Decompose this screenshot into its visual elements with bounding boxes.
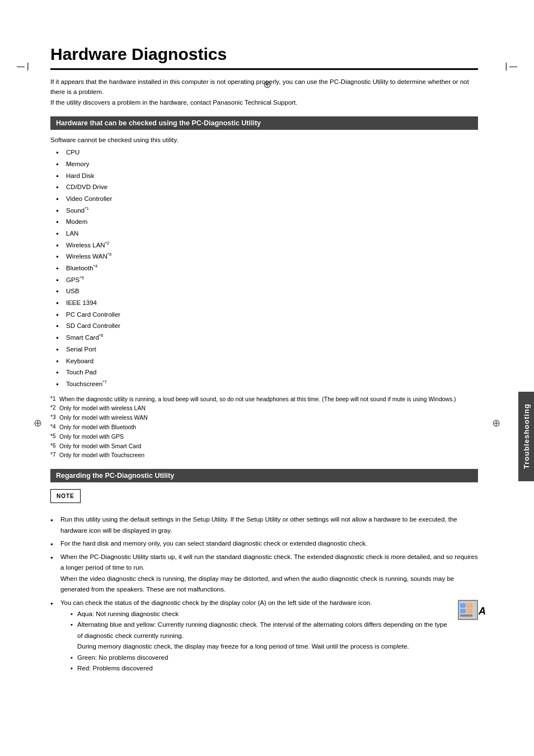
footnote-1: *1 When the diagnostic utility is runnin… [50,395,478,404]
sub-bullet-list: Aqua: Not running diagnostic check Alter… [71,609,449,674]
list-item: PC Card Controller [56,309,478,321]
software-note: Software cannot be checked using this ut… [50,137,478,143]
corner-mark-tr: | — [505,62,517,71]
list-item: GPS*5 [56,274,478,286]
note-label: NOTE [50,489,81,503]
note-bullets-list: Run this utility using the default setti… [50,514,478,674]
list-item: CPU [56,147,478,158]
section1-header: Hardware that can be checked using the P… [50,116,478,130]
list-item: CD/DVD Drive [56,181,478,193]
list-item: Keyboard [56,355,478,367]
diag-icon-inner [459,601,477,619]
list-item: Memory [56,158,478,170]
section2-header: Regarding the PC-Diagnostic Utility [50,469,478,482]
intro-line1: If it appears that the hardware installe… [50,77,478,97]
sub-item-1: Aqua: Not running diagnostic check [71,609,449,620]
list-item: Smart Card*6 [56,332,478,344]
svg-rect-4 [467,609,472,613]
list-item: Wireless LAN*2 [56,240,478,251]
main-content: Hardware Diagnostics If it appears that … [50,45,478,674]
footnote-7: *7 Only for model with Touchscreen [50,450,478,460]
list-item: Wireless WAN*3 [56,251,478,262]
note-label-area: NOTE [50,489,478,510]
list-item: Touch Pad [56,367,478,378]
note-item-4-row: You can check the status of the diagnost… [60,598,478,674]
troubleshooting-tab: Troubleshooting [518,392,534,481]
list-item: Touchscreen*7 [56,378,478,390]
list-item: Serial Port [56,344,478,355]
sub-item-3: Green: No problems discovered [71,652,449,664]
intro-line2: If the utility discovers a problem in th… [50,97,478,107]
list-item: Bluetooth*4 [56,262,478,274]
list-item: Modem [56,216,478,228]
note-item-4: You can check the status of the diagnost… [50,598,478,674]
list-item: Sound*1 [56,205,478,217]
center-mark-left: ⊕ [34,417,42,429]
intro-text: If it appears that the hardware installe… [50,77,478,107]
footnote-3: *3 Only for model with wireless WAN [50,413,478,422]
list-item: LAN [56,228,478,240]
sub-item-2: Alternating blue and yellow: Currently r… [71,619,449,652]
diag-icon-letter: A [479,603,486,620]
svg-rect-3 [460,609,466,613]
sub-item-4: Red: Problems discovered [71,663,449,674]
diag-icon [458,600,478,620]
footnote-6: *6 Only for model with Smart Card [50,442,478,451]
list-item: IEEE 1394 [56,297,478,309]
hardware-list: CPU Memory Hard Disk CD/DVD Drive Video … [56,147,478,389]
svg-rect-1 [460,603,466,608]
note-item-4-text: You can check the status of the diagnost… [60,598,449,674]
diag-svg [459,601,477,619]
note-item-3: When the PC-Diagnostic Utility starts up… [50,552,478,595]
list-item: USB [56,285,478,297]
footnote-4: *4 Only for model with Bluetooth [50,422,478,432]
corner-mark-tl: — | [17,62,29,71]
center-mark-right: ⊕ [492,417,500,429]
page-wrapper: — | | — — — ⊕ ⊕ ⊕ ⊕ Troubleshooting Hard… [0,45,534,756]
footnotes: *1 When the diagnostic utility is runnin… [50,395,478,461]
page-title: Hardware Diagnostics [50,45,478,70]
list-item: SD Card Controller [56,320,478,332]
list-item: Video Controller [56,193,478,205]
note-item-1: Run this utility using the default setti… [50,514,478,536]
footnote-5: *5 Only for model with GPS [50,432,478,442]
footnote-2: *2 Only for model with wireless LAN [50,403,478,413]
svg-rect-5 [460,614,472,617]
svg-rect-2 [467,603,472,608]
note-item-2: For the hard disk and memory only, you c… [50,538,478,550]
list-item: Hard Disk [56,170,478,182]
diag-icon-area: A [455,600,478,620]
